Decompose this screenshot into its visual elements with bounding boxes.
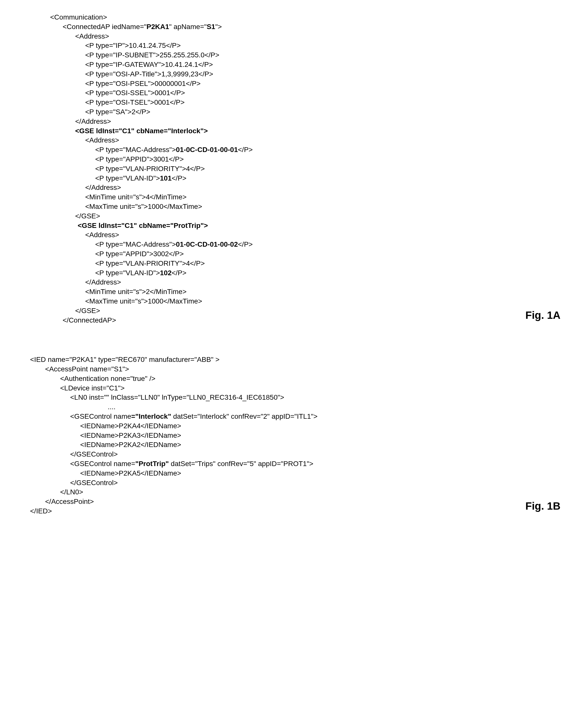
xml-line: <LN0 inst="" lnClass="LLN0" lnType="LLN0… <box>20 393 563 402</box>
xml-line: <P type="IP">10.41.24.75</P> <box>20 41 563 50</box>
xml-line: </Address> <box>20 117 563 126</box>
xml-line: <P type="APPID">3002</P> <box>20 249 563 259</box>
ap-name: S1 <box>207 23 215 30</box>
text: datSet="Trips" confRev="5" appID="PROT1"… <box>169 460 313 468</box>
xml-line: <P type="OSI-AP-Title">1,3,9999,23</P> <box>20 69 563 79</box>
xml-line: <P type="MAC-Address">01-0C-CD-01-00-02<… <box>20 240 563 249</box>
xml-line: <Address> <box>20 135 563 145</box>
text: </P> <box>238 146 253 154</box>
xml-line: <P type="OSI-PSEL">00000001</P> <box>20 79 563 88</box>
xml-line: </GSE> <box>20 211 563 221</box>
ellipsis: .... <box>20 402 563 412</box>
xml-line: <P type="OSI-TSEL">0001</P> <box>20 98 563 107</box>
text: </P> <box>172 174 186 182</box>
xml-line: <P type="SA">2</P> <box>20 107 563 117</box>
figure-label: Fig. 1A <box>525 308 560 322</box>
xml-line: <P type="IP-SUBNET">255.255.255.0</P> <box>20 50 563 60</box>
xml-line: </GSE> <box>20 306 563 315</box>
xml-line: </GSEControl> <box>20 449 563 459</box>
gse-open-tag: <GSE ldInst="C1" cbName="Interlock"> <box>20 126 563 136</box>
text: "> <box>215 23 222 30</box>
xml-line: <LDevice inst="C1"> <box>20 383 563 393</box>
xml-line: <IEDName>P2KA2</IEDName> <box>20 440 563 449</box>
xml-line: <IEDName>P2KA3</IEDName> <box>20 431 563 440</box>
xml-line: <IEDName>P2KA4</IEDName> <box>20 421 563 431</box>
xml-line: </LN0> <box>20 487 563 497</box>
gsecontrol-name: ="Interlock" <box>131 413 171 420</box>
xml-line: <P type="MAC-Address">01-0C-CD-01-00-01<… <box>20 145 563 155</box>
xml-line: <Authentication none="true" /> <box>20 374 563 383</box>
xml-line: </IED> <box>20 506 563 516</box>
xml-line: <GSEControl name="Interlock" datSet="Int… <box>20 412 563 421</box>
xml-line: </Address> <box>20 278 563 287</box>
vlan-id: 102 <box>160 269 172 277</box>
xml-line: <P type="VLAN-PRIORITY">4</P> <box>20 164 563 174</box>
xml-line: <Address> <box>20 230 563 240</box>
figure-label: Fig. 1B <box>525 499 560 513</box>
xml-line: <Address> <box>20 31 563 41</box>
xml-line: </ConnectedAP> <box>20 315 563 325</box>
xml-line: <Communication> <box>20 12 563 22</box>
ied-name: P2KA1 <box>147 23 169 30</box>
xml-line: <P type="OSI-SSEL">0001</P> <box>20 88 563 98</box>
gse-open-tag: <GSE ldInst="C1" cbName="ProtTrip"> <box>20 221 563 230</box>
xml-line: <MinTime unit="s">4</MinTime> <box>20 192 563 202</box>
gsecontrol-name: "ProtTrip" <box>135 460 169 468</box>
xml-line: <GSEControl name="ProtTrip" datSet="Trip… <box>20 459 563 469</box>
text: <P type="MAC-Address"> <box>95 240 176 248</box>
mac-address: 01-0C-CD-01-00-02 <box>176 240 238 248</box>
figure-1b-block: <IED name="P2KA1" type="REC670" manufact… <box>20 355 563 516</box>
vlan-id: 101 <box>160 174 172 182</box>
xml-line: <MinTime unit="s">2</MinTime> <box>20 287 563 296</box>
xml-line: </AccessPoint> <box>20 497 563 506</box>
text: " apName=" <box>169 23 207 30</box>
xml-line: <AccessPoint name="S1"> <box>20 364 563 374</box>
text: datSet="Interlock" confRev="2" appID="IT… <box>171 413 318 420</box>
xml-line: <MaxTime unit="s">1000</MaxTime> <box>20 202 563 211</box>
xml-line: <MaxTime unit="s">1000</MaxTime> <box>20 296 563 306</box>
xml-line: <P type="VLAN-ID">102</P> <box>20 268 563 278</box>
figure-1a-block: <Communication> <ConnectedAP iedName="P2… <box>20 12 563 325</box>
xml-line: <ConnectedAP iedName="P2KA1" apName="S1"… <box>20 22 563 31</box>
text: <GSEControl name= <box>70 460 135 468</box>
xml-line: <IEDName>P2KA5</IEDName> <box>20 469 563 478</box>
mac-address: 01-0C-CD-01-00-01 <box>176 146 238 154</box>
text: <P type="MAC-Address"> <box>95 146 176 154</box>
text: <ConnectedAP iedName=" <box>62 23 147 30</box>
text: </P> <box>238 240 253 248</box>
xml-line: <P type="VLAN-ID">101</P> <box>20 174 563 183</box>
text: </P> <box>172 269 186 277</box>
xml-line: <P type="IP-GATEWAY">10.41.24.1</P> <box>20 60 563 69</box>
xml-line: <P type="VLAN-PRIORITY">4</P> <box>20 259 563 268</box>
text: <P type="VLAN-ID"> <box>95 174 160 182</box>
xml-line: </GSEControl> <box>20 478 563 488</box>
xml-line: <IED name="P2KA1" type="REC670" manufact… <box>20 355 563 364</box>
text: <P type="VLAN-ID"> <box>95 269 160 277</box>
xml-line: <P type="APPID">3001</P> <box>20 155 563 164</box>
text: <GSEControl name <box>70 413 131 420</box>
xml-line: </Address> <box>20 183 563 192</box>
